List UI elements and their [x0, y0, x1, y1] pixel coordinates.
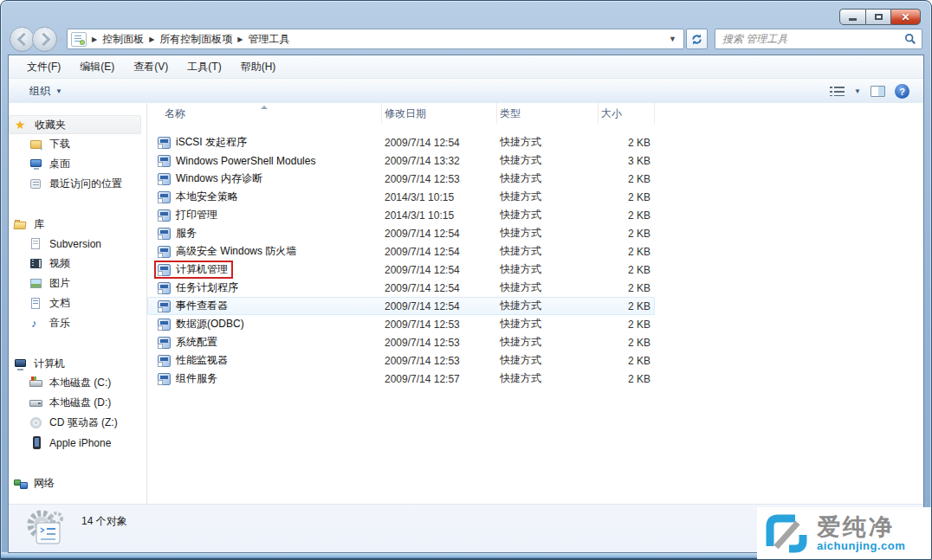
table-row[interactable]: iSCSI 发起程序 2009/7/14 12:54 快捷方式 2 KB [147, 133, 655, 151]
file-type: 快捷方式 [497, 190, 599, 204]
menu-help[interactable]: 帮助(H) [231, 56, 286, 78]
file-size: 2 KB [599, 246, 655, 258]
column-header-type[interactable]: 类型 [497, 103, 599, 124]
sidebar-item-disk-d[interactable]: 本地磁盘 (D:) [9, 393, 146, 413]
column-header-size[interactable]: 大小 [599, 103, 655, 124]
sidebar-item-label: CD 驱动器 (Z:) [49, 415, 118, 430]
shortcut-icon [158, 173, 171, 185]
sidebar-group-libraries: 库 Subversion 视频 图片 [9, 215, 146, 333]
search-box[interactable] [715, 29, 922, 49]
back-icon [16, 32, 30, 46]
table-row[interactable]: 组件服务 2009/7/14 12:57 快捷方式 2 KB [147, 370, 655, 388]
sidebar-item-libraries[interactable]: 库 [9, 215, 146, 234]
documents-icon [29, 297, 43, 310]
table-row-event-viewer[interactable]: 事件查看器 2009/7/14 12:54 快捷方式 2 KB [147, 297, 655, 315]
sidebar-item-apple-iphone[interactable]: Apple iPhone [9, 433, 146, 453]
minimize-button[interactable] [839, 9, 866, 25]
views-dropdown-icon[interactable]: ▼ [854, 87, 861, 95]
file-name: 系统配置 [176, 335, 217, 350]
maximize-button[interactable] [866, 9, 890, 25]
sidebar-item-downloads[interactable]: 下载 [9, 134, 146, 154]
back-button[interactable] [10, 27, 35, 52]
sidebar-item-label: Apple iPhone [49, 437, 111, 449]
preview-pane-icon[interactable] [871, 86, 885, 97]
file-type: 快捷方式 [497, 153, 599, 168]
sidebar-group-computer: 计算机 本地磁盘 (C:) 本地磁盘 (D:) CD 驱动器 (Z:) [9, 354, 146, 453]
sidebar-item-computer[interactable]: 计算机 [9, 354, 146, 373]
table-row[interactable]: Windows 内存诊断 2009/7/14 12:53 快捷方式 2 KB [147, 170, 655, 188]
table-row-computer-management[interactable]: 计算机管理 2009/7/14 12:54 快捷方式 2 KB [147, 261, 655, 279]
file-name: iSCSI 发起程序 [176, 135, 247, 150]
videos-icon [29, 257, 43, 270]
forward-button[interactable] [32, 27, 57, 52]
sidebar-item-network[interactable]: 网络 [9, 473, 146, 492]
organize-button[interactable]: 组织 ▼ [23, 80, 69, 102]
file-size: 3 KB [599, 155, 655, 167]
shortcut-icon [158, 355, 171, 367]
table-row[interactable]: 数据源(ODBC) 2009/7/14 12:53 快捷方式 2 KB [147, 315, 655, 333]
address-bar[interactable]: ▶ 控制面板 ▶ 所有控制面板项 ▶ 管理工具 ▼ [67, 29, 684, 49]
sidebar-item-pictures[interactable]: 图片 [9, 274, 146, 293]
recent-pages-dropdown-icon[interactable]: ▾ [60, 35, 63, 43]
subversion-icon [29, 237, 43, 250]
sidebar-item-disk-c[interactable]: 本地磁盘 (C:) [9, 373, 146, 393]
sidebar-item-label: 本地磁盘 (C:) [49, 376, 111, 390]
watermark: 爱纯净 aichunjing.com [757, 507, 931, 559]
file-name: 数据源(ODBC) [176, 317, 244, 331]
column-headers: 名称 修改日期 类型 大小 [147, 103, 923, 124]
admin-tools-gear-icon [23, 507, 69, 553]
sidebar-item-documents[interactable]: 文档 [9, 293, 146, 313]
sidebar-item-cd-drive[interactable]: CD 驱动器 (Z:) [9, 413, 146, 433]
breadcrumb-all-items[interactable]: 所有控制面板项 [159, 32, 232, 47]
disk-d-icon [29, 396, 43, 409]
address-dropdown-icon[interactable]: ▼ [665, 35, 680, 43]
help-icon[interactable]: ? [895, 84, 909, 99]
sidebar-item-music[interactable]: 音乐 [9, 313, 146, 333]
menu-file[interactable]: 文件(F) [17, 56, 70, 78]
close-button[interactable]: ✕ [890, 9, 921, 25]
views-icon[interactable] [830, 86, 845, 97]
shortcut-icon [158, 155, 171, 167]
sidebar-item-label: 最近访问的位置 [49, 177, 122, 191]
desktop-icon [29, 158, 43, 171]
minimize-icon [849, 18, 857, 21]
file-list: 名称 修改日期 类型 大小 iSCSI 发起程序 2009/7/14 12:54… [147, 103, 923, 505]
menu-edit[interactable]: 编辑(E) [70, 56, 124, 78]
watermark-domain: aichunjing.com [817, 540, 905, 552]
file-name: Windows 内存诊断 [176, 171, 262, 186]
file-size: 2 KB [599, 173, 655, 185]
table-row[interactable]: 高级安全 Windows 防火墙 2009/7/14 12:54 快捷方式 2 … [147, 242, 655, 261]
table-row[interactable]: 服务 2009/7/14 12:54 快捷方式 2 KB [147, 224, 655, 242]
table-row[interactable]: 任务计划程序 2009/7/14 12:54 快捷方式 2 KB [147, 279, 655, 297]
sidebar-item-favorites[interactable]: 收藏夹 [9, 115, 141, 134]
breadcrumb-admin-tools[interactable]: 管理工具 [248, 32, 289, 47]
table-row[interactable]: 性能监视器 2009/7/14 12:53 快捷方式 2 KB [147, 351, 655, 370]
table-row[interactable]: 打印管理 2014/3/1 10:15 快捷方式 2 KB [147, 206, 655, 224]
menu-view[interactable]: 查看(V) [124, 56, 178, 78]
file-type: 快捷方式 [497, 371, 599, 386]
file-size: 2 KB [599, 264, 655, 276]
shortcut-icon [158, 191, 171, 203]
breadcrumb-arrow-icon: ▶ [237, 35, 243, 43]
file-date: 2009/7/14 12:54 [382, 228, 497, 240]
file-type: 快捷方式 [497, 135, 599, 150]
column-header-date-modified[interactable]: 修改日期 [382, 103, 497, 124]
sort-ascending-icon [261, 106, 268, 109]
table-row[interactable]: Windows PowerShell Modules 2009/7/14 13:… [147, 151, 655, 170]
refresh-button[interactable] [686, 29, 708, 49]
toolbar-right-icons: ▼ ? [830, 84, 923, 99]
breadcrumb-control-panel[interactable]: 控制面板 [102, 32, 144, 47]
file-name: 任务计划程序 [176, 280, 238, 295]
table-row[interactable]: 系统配置 2009/7/14 12:53 快捷方式 2 KB [147, 333, 655, 351]
sidebar-item-desktop[interactable]: 桌面 [9, 154, 146, 174]
file-date: 2009/7/14 12:54 [382, 246, 497, 258]
search-input[interactable] [721, 32, 904, 46]
menu-tools[interactable]: 工具(T) [178, 56, 230, 78]
shortcut-icon [158, 246, 171, 258]
sidebar-item-recent-places[interactable]: 最近访问的位置 [9, 174, 146, 194]
table-row[interactable]: 本地安全策略 2014/3/1 10:15 快捷方式 2 KB [147, 188, 655, 206]
admin-tools-icon [71, 32, 87, 47]
navigation-pane: 收藏夹 下载 桌面 最近访问的位置 [9, 103, 147, 505]
sidebar-item-videos[interactable]: 视频 [9, 254, 146, 274]
sidebar-item-subversion[interactable]: Subversion [9, 234, 146, 254]
